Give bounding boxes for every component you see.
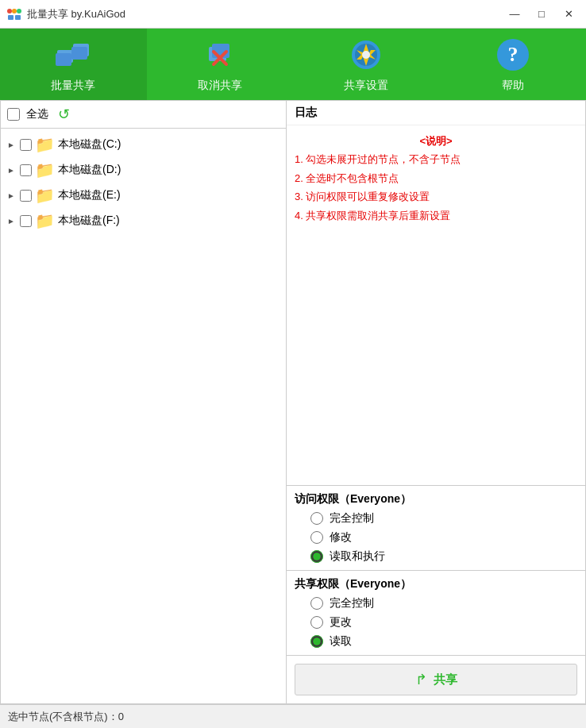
share-btn-icon: ↱: [415, 671, 427, 688]
toolbar: 批量共享 取消共享: [0, 29, 586, 100]
tree-item-e[interactable]: ► 📁 本地磁盘(E:): [1, 183, 286, 208]
share-change-option[interactable]: 更改: [310, 615, 577, 630]
status-bar: 选中节点(不含根节点)：0: [0, 704, 586, 728]
svg-text:?: ?: [507, 43, 518, 66]
share-settings-icon: [347, 36, 385, 74]
access-full-control-label: 完全控制: [330, 511, 374, 526]
refresh-icon[interactable]: ↺: [58, 106, 70, 123]
log-content: <说明> 1. 勾选未展开过的节点，不含子节点 2. 全选时不包含根节点 3. …: [287, 125, 585, 485]
file-tree: ► 📁 本地磁盘(C:) ► 📁 本地磁盘(D:) ► 📁 本地磁盘(E:): [1, 129, 286, 703]
share-read-label: 读取: [330, 634, 352, 649]
select-all-checkbox[interactable]: [7, 108, 20, 121]
tree-checkbox-e[interactable]: [20, 190, 32, 202]
close-button[interactable]: ✕: [557, 6, 580, 23]
tree-checkbox-d[interactable]: [20, 164, 32, 176]
log-item-1: 1. 勾选未展开过的节点，不含子节点: [295, 150, 577, 168]
svg-rect-8: [71, 47, 87, 60]
share-read-option[interactable]: 读取: [310, 634, 577, 649]
log-title: <说明>: [295, 132, 577, 150]
maximize-button[interactable]: □: [530, 6, 553, 23]
toolbar-btn-cancel-share[interactable]: 取消共享: [147, 29, 294, 100]
folder-icon-e: 📁: [35, 186, 55, 205]
window-title: 批量共享 by.KuAiGod: [27, 7, 125, 21]
access-full-control-option[interactable]: 完全控制: [310, 511, 577, 526]
log-item-4: 4. 共享权限需取消共享后重新设置: [295, 206, 577, 225]
share-full-control-option[interactable]: 完全控制: [310, 596, 577, 611]
access-permissions-label: 访问权限（Everyone）: [295, 492, 577, 507]
log-section: 日志 <说明> 1. 勾选未展开过的节点，不含子节点 2. 全选时不包含根节点 …: [287, 101, 585, 486]
tree-arrow-d: ►: [7, 166, 17, 175]
select-all-label: 全选: [26, 107, 48, 121]
toolbar-btn-help[interactable]: ? 帮助: [440, 29, 587, 100]
access-modify-radio[interactable]: [310, 531, 323, 544]
svg-rect-3: [8, 15, 13, 20]
batch-share-icon: [54, 36, 92, 74]
svg-rect-4: [15, 15, 21, 20]
share-button[interactable]: ↱ 共享: [295, 664, 577, 695]
share-btn-label: 共享: [434, 672, 457, 688]
tree-checkbox-f[interactable]: [20, 215, 32, 227]
toolbar-label-help: 帮助: [502, 79, 524, 93]
app-icon: [6, 6, 22, 22]
tree-label-c: 本地磁盘(C:): [58, 137, 121, 152]
svg-point-0: [7, 9, 12, 13]
folder-icon-f: 📁: [35, 211, 55, 230]
access-permissions-section: 访问权限（Everyone） 完全控制 修改 读取和执行: [287, 486, 585, 571]
tree-label-e: 本地磁盘(E:): [58, 188, 121, 202]
log-item-2: 2. 全选时不包含根节点: [295, 169, 577, 187]
folder-icon-c: 📁: [35, 135, 55, 154]
main-content: 全选 ↺ ► 📁 本地磁盘(C:) ► 📁 本地磁盘(D:) ► 📁: [0, 100, 586, 704]
folder-icon-d: 📁: [35, 160, 55, 179]
log-item-3: 3. 访问权限可以重复修改设置: [295, 187, 577, 206]
svg-point-21: [362, 51, 370, 59]
toolbar-btn-share-settings[interactable]: 共享设置: [293, 29, 440, 100]
right-panel: 日志 <说明> 1. 勾选未展开过的节点，不含子节点 2. 全选时不包含根节点 …: [287, 101, 585, 703]
toolbar-btn-batch-share[interactable]: 批量共享: [0, 29, 147, 100]
access-full-control-radio[interactable]: [310, 512, 323, 525]
title-bar-left: 批量共享 by.KuAiGod: [6, 6, 125, 22]
svg-point-2: [17, 9, 21, 13]
cancel-share-icon: [201, 36, 239, 74]
tree-item-c[interactable]: ► 📁 本地磁盘(C:): [1, 132, 286, 157]
left-panel: 全选 ↺ ► 📁 本地磁盘(C:) ► 📁 本地磁盘(D:) ► 📁: [1, 101, 287, 703]
share-full-control-radio[interactable]: [310, 597, 323, 610]
tree-arrow-f: ►: [7, 217, 17, 225]
share-permissions-label: 共享权限（Everyone）: [295, 577, 577, 591]
share-button-area: ↱ 共享: [287, 656, 585, 703]
tree-label-f: 本地磁盘(F:): [58, 214, 120, 228]
tree-checkbox-c[interactable]: [20, 139, 32, 151]
access-read-execute-label: 读取和执行: [330, 549, 385, 564]
log-header: 日志: [287, 101, 585, 125]
tree-arrow-c: ►: [7, 141, 17, 149]
access-modify-option[interactable]: 修改: [310, 530, 577, 545]
share-change-label: 更改: [330, 615, 352, 630]
svg-rect-6: [56, 53, 71, 66]
share-permissions-section: 共享权限（Everyone） 完全控制 更改 读取: [287, 571, 585, 656]
access-read-execute-radio[interactable]: [310, 550, 323, 563]
access-modify-label: 修改: [330, 530, 352, 545]
minimize-button[interactable]: —: [503, 6, 526, 23]
tree-arrow-e: ►: [7, 191, 17, 200]
tree-item-d[interactable]: ► 📁 本地磁盘(D:): [1, 157, 286, 183]
toolbar-label-batch-share: 批量共享: [51, 79, 95, 93]
access-read-execute-option[interactable]: 读取和执行: [310, 549, 577, 564]
share-read-radio[interactable]: [310, 635, 323, 648]
share-permissions-options: 完全控制 更改 读取: [295, 596, 577, 649]
title-bar: 批量共享 by.KuAiGod — □ ✕: [0, 0, 586, 29]
svg-point-1: [12, 9, 17, 13]
access-permissions-options: 完全控制 修改 读取和执行: [295, 511, 577, 564]
toolbar-label-share-settings: 共享设置: [344, 79, 388, 93]
tree-item-f[interactable]: ► 📁 本地磁盘(F:): [1, 208, 286, 233]
share-full-control-label: 完全控制: [330, 596, 374, 611]
help-icon: ?: [494, 36, 532, 74]
status-text: 选中节点(不含根节点)：0: [8, 710, 124, 724]
toolbar-label-cancel-share: 取消共享: [198, 79, 242, 93]
share-change-radio[interactable]: [310, 616, 323, 629]
left-header: 全选 ↺: [1, 101, 286, 129]
title-bar-controls: — □ ✕: [503, 6, 580, 23]
tree-label-d: 本地磁盘(D:): [58, 163, 121, 177]
